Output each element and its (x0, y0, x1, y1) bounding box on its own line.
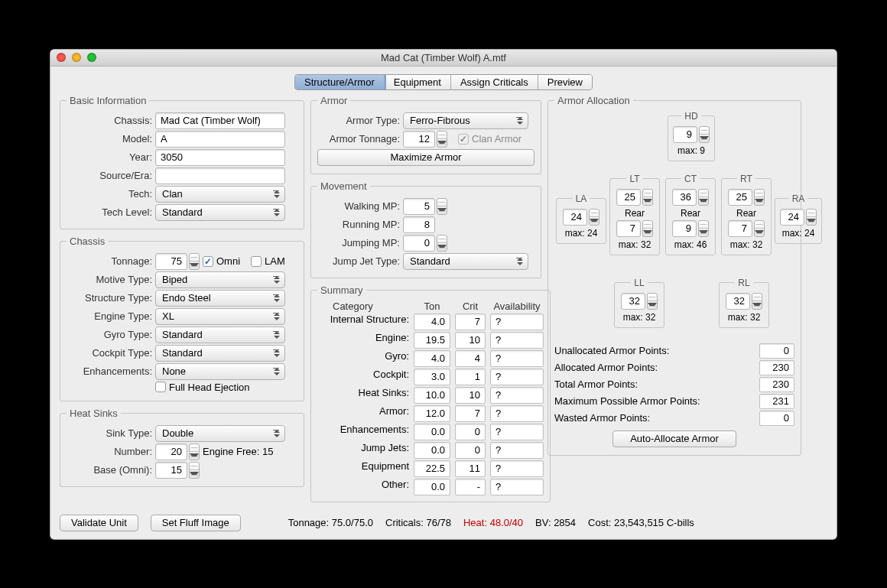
armortype-select[interactable]: Ferro-Fibrous (403, 112, 528, 129)
rl-input[interactable] (726, 293, 750, 310)
window-title: Mad Cat (Timber Wolf) A.mtf (50, 52, 837, 63)
ll-input[interactable] (621, 293, 645, 310)
sinknum-input[interactable] (155, 443, 187, 460)
jjtype-select[interactable]: Standard (403, 253, 528, 270)
movement-group: Movement Walking MP: Running MP: Jumping… (310, 180, 541, 278)
heatsinks-group: Heat Sinks Sink Type:Double Number: Engi… (60, 408, 304, 487)
tab-bar: Structure/Armor Equipment Assign Critica… (50, 67, 837, 90)
engine-select[interactable]: XL (155, 308, 285, 325)
basic-legend: Basic Information (67, 95, 149, 106)
tab-structure-armor[interactable]: Structure/Armor (295, 75, 385, 89)
lt-stepper[interactable] (642, 189, 653, 206)
chassis-input[interactable] (155, 112, 285, 129)
summary-row: Internal Structure: (317, 313, 409, 330)
omni-checkbox[interactable] (203, 256, 213, 267)
ct-stepper[interactable] (698, 189, 709, 206)
tonnage-input[interactable] (155, 253, 187, 270)
titlebar: Mad Cat (Timber Wolf) A.mtf (50, 50, 837, 67)
tonnage-label: Tonnage: (67, 255, 152, 267)
base-label: Base (Omni): (67, 464, 152, 476)
engine-label: Engine Type: (67, 310, 152, 322)
sinknum-stepper[interactable] (189, 443, 200, 460)
minimize-icon[interactable] (72, 53, 81, 62)
close-icon[interactable] (57, 53, 66, 62)
auto-allocate-button[interactable]: Auto-Allocate Armor (612, 430, 736, 447)
jump-input[interactable] (403, 235, 435, 252)
sinktype-label: Sink Type: (67, 427, 152, 439)
rt-input[interactable] (728, 189, 752, 206)
model-input[interactable] (155, 131, 285, 148)
la-input[interactable] (563, 209, 587, 226)
techlevel-select[interactable]: Standard (155, 204, 285, 221)
hd-stepper[interactable] (699, 126, 710, 143)
walk-stepper[interactable] (437, 198, 447, 215)
base-input[interactable] (155, 462, 187, 479)
summary-row: Gyro: (317, 350, 409, 367)
footer-tonnage: Tonnage: 75.0/75.0 (288, 517, 373, 528)
tab-equipment[interactable]: Equipment (385, 75, 451, 89)
footer-crits: Criticals: 76/78 (385, 517, 451, 528)
motive-select[interactable]: Biped (155, 271, 285, 288)
jump-stepper[interactable] (437, 235, 447, 252)
sinktype-select[interactable]: Double (155, 425, 285, 442)
fluff-button[interactable]: Set Fluff Image (151, 515, 241, 531)
alloc-stat-label: Total Armor Points: (554, 378, 638, 390)
source-input[interactable] (155, 167, 285, 184)
year-input[interactable] (155, 149, 285, 166)
walk-input[interactable] (403, 198, 435, 215)
hd-input[interactable] (673, 126, 697, 143)
footer-cost: Cost: 23,543,515 C-bills (588, 517, 694, 528)
ra-stepper[interactable] (806, 209, 817, 226)
basic-information: Basic Information Chassis: Model: Year: … (60, 95, 304, 229)
ll-stepper[interactable] (647, 293, 658, 310)
cockpit-label: Cockpit Type: (67, 347, 152, 359)
tonnage-stepper[interactable] (189, 253, 200, 270)
rl-stepper[interactable] (752, 293, 762, 310)
lam-label: LAM (265, 255, 285, 267)
chassis-legend: Chassis (67, 236, 108, 247)
lt-rear-input[interactable] (616, 220, 641, 237)
alloc-legend: Armor Allocation (554, 95, 633, 106)
tab-assign-criticals[interactable]: Assign Criticals (451, 75, 538, 89)
window-controls (57, 53, 96, 62)
model-label: Model: (67, 133, 152, 145)
rt-stepper[interactable] (754, 189, 765, 206)
enh-select[interactable]: None (155, 363, 285, 380)
ra-input[interactable] (780, 209, 804, 226)
tech-label: Tech: (67, 188, 152, 200)
rt-rear-stepper[interactable] (754, 220, 765, 237)
ct-rear-stepper[interactable] (698, 220, 709, 237)
rt-rear-input[interactable] (728, 220, 752, 237)
tech-select[interactable]: Clan (155, 186, 285, 203)
structure-select[interactable]: Endo Steel (155, 290, 285, 307)
maximize-armor-button[interactable]: Maximize Armor (317, 149, 534, 166)
ct-rear-input[interactable] (672, 220, 697, 237)
chassis-group: Chassis Tonnage: Omni LAM Motive Type:Bi… (60, 236, 304, 401)
zoom-icon[interactable] (87, 53, 96, 62)
source-label: Source/Era: (67, 170, 152, 181)
lt-input[interactable] (616, 189, 641, 206)
alloc-stat-label: Maximum Possible Armor Points: (554, 395, 700, 407)
armortonnage-input[interactable] (403, 131, 435, 148)
summary-group: Summary CategoryTonCritAvailabilityInter… (310, 284, 551, 502)
gyro-label: Gyro Type: (67, 329, 152, 340)
ct-input[interactable] (672, 189, 697, 206)
fhe-checkbox[interactable] (155, 382, 166, 392)
base-stepper[interactable] (189, 462, 200, 479)
armortonnage-stepper[interactable] (437, 131, 447, 148)
armor-legend: Armor (317, 95, 350, 106)
lt-rear-stepper[interactable] (642, 220, 653, 237)
la-stepper[interactable] (589, 209, 599, 226)
gyro-select[interactable]: Standard (155, 326, 285, 343)
tab-preview[interactable]: Preview (538, 75, 592, 89)
summary-row: Enhancements: (317, 424, 409, 440)
alloc-stat-val: 230 (759, 360, 794, 375)
structure-label: Structure Type: (67, 292, 152, 304)
cockpit-select[interactable]: Standard (155, 345, 285, 362)
run-input (403, 216, 435, 233)
lam-checkbox[interactable] (251, 256, 262, 267)
footer: Validate Unit Set Fluff Image Tonnage: 7… (60, 508, 827, 531)
alloc-stat-label: Allocated Armor Points: (554, 362, 658, 373)
armor-group: Armor Armor Type:Ferro-Fibrous Armor Ton… (310, 95, 541, 174)
validate-button[interactable]: Validate Unit (60, 515, 138, 531)
